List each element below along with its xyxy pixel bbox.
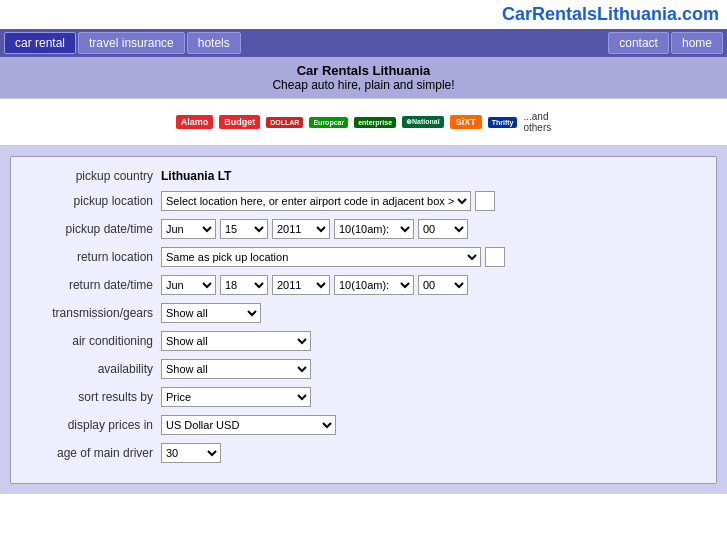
nav-bar: car rental travel insurance hotels conta…: [0, 29, 727, 57]
availability-label: availability: [21, 362, 161, 376]
sort-row: sort results by Price: [21, 387, 706, 407]
currency-select[interactable]: US Dollar USD: [161, 415, 336, 435]
pickup-location-code-box[interactable]: [475, 191, 495, 211]
pickup-year-select[interactable]: 2011: [272, 219, 330, 239]
nav-travel-insurance[interactable]: travel insurance: [78, 32, 185, 54]
age-row: age of main driver 30: [21, 443, 706, 463]
logo-alamo: Alamo: [176, 107, 214, 137]
ac-row: air conditioning Show all: [21, 331, 706, 351]
main-content: pickup country Lithuania LT pickup locat…: [0, 146, 727, 494]
return-location-controls: Same as pick up location: [161, 247, 706, 267]
sort-select[interactable]: Price: [161, 387, 311, 407]
ac-label: air conditioning: [21, 334, 161, 348]
return-year-select[interactable]: 2011: [272, 275, 330, 295]
transmission-row: transmission/gears Show all: [21, 303, 706, 323]
logos-bar: Alamo Budget DOLLAR Europcar enterprise …: [0, 98, 727, 146]
pickup-datetime-row: pickup date/time Jun 15 2011 10(10am): 0…: [21, 219, 706, 239]
age-label: age of main driver: [21, 446, 161, 460]
site-header: CarRentalsLithuania.com: [0, 0, 727, 29]
pickup-location-select[interactable]: Select location here, or enter airport c…: [161, 191, 471, 211]
return-datetime-label: return date/time: [21, 278, 161, 292]
pickup-country-row: pickup country Lithuania LT: [21, 169, 706, 183]
availability-row: availability Show all: [21, 359, 706, 379]
return-location-label: return location: [21, 250, 161, 264]
logo-budget: Budget: [219, 107, 260, 137]
nav-home[interactable]: home: [671, 32, 723, 54]
transmission-label: transmission/gears: [21, 306, 161, 320]
return-month-select[interactable]: Jun: [161, 275, 216, 295]
currency-label: display prices in: [21, 418, 161, 432]
age-select[interactable]: 30: [161, 443, 221, 463]
logo-national: ⊛National: [402, 107, 444, 137]
return-location-code-box[interactable]: [485, 247, 505, 267]
banner-title: Car Rentals Lithuania: [4, 63, 723, 78]
pickup-location-label: pickup location: [21, 194, 161, 208]
return-datetime-row: return date/time Jun 18 2011 10(10am): 0…: [21, 275, 706, 295]
return-location-row: return location Same as pick up location: [21, 247, 706, 267]
transmission-controls: Show all: [161, 303, 706, 323]
currency-controls: US Dollar USD: [161, 415, 706, 435]
logo-others: ...andothers: [523, 107, 551, 137]
logo-sixt: SiXT: [450, 107, 482, 137]
logo-enterprise: enterprise: [354, 107, 396, 137]
form-panel: pickup country Lithuania LT pickup locat…: [10, 156, 717, 484]
pickup-min-select[interactable]: 00: [418, 219, 468, 239]
sort-controls: Price: [161, 387, 706, 407]
site-title: CarRentalsLithuania.com: [502, 4, 719, 24]
pickup-country-controls: Lithuania LT: [161, 169, 706, 183]
nav-hotels[interactable]: hotels: [187, 32, 241, 54]
banner: Car Rentals Lithuania Cheap auto hire, p…: [0, 57, 727, 98]
nav-car-rental[interactable]: car rental: [4, 32, 76, 54]
pickup-day-select[interactable]: 15: [220, 219, 268, 239]
ac-controls: Show all: [161, 331, 706, 351]
nav-contact[interactable]: contact: [608, 32, 669, 54]
nav-right: contact home: [608, 32, 723, 54]
sort-label: sort results by: [21, 390, 161, 404]
banner-subtitle: Cheap auto hire, plain and simple!: [4, 78, 723, 92]
pickup-month-select[interactable]: Jun: [161, 219, 216, 239]
age-controls: 30: [161, 443, 706, 463]
pickup-datetime-controls: Jun 15 2011 10(10am): 00: [161, 219, 706, 239]
pickup-location-row: pickup location Select location here, or…: [21, 191, 706, 211]
return-min-select[interactable]: 00: [418, 275, 468, 295]
pickup-datetime-label: pickup date/time: [21, 222, 161, 236]
logo-thrifty: Thrifty: [488, 107, 518, 137]
logo-europcar: Europcar: [309, 107, 348, 137]
pickup-hour-select[interactable]: 10(10am):: [334, 219, 414, 239]
logo-dollar: DOLLAR: [266, 107, 303, 137]
transmission-select[interactable]: Show all: [161, 303, 261, 323]
pickup-country-value: Lithuania LT: [161, 169, 231, 183]
return-datetime-controls: Jun 18 2011 10(10am): 00: [161, 275, 706, 295]
availability-select[interactable]: Show all: [161, 359, 311, 379]
pickup-location-controls: Select location here, or enter airport c…: [161, 191, 706, 211]
pickup-country-label: pickup country: [21, 169, 161, 183]
return-hour-select[interactable]: 10(10am):: [334, 275, 414, 295]
ac-select[interactable]: Show all: [161, 331, 311, 351]
availability-controls: Show all: [161, 359, 706, 379]
nav-left: car rental travel insurance hotels: [4, 32, 241, 54]
return-day-select[interactable]: 18: [220, 275, 268, 295]
currency-row: display prices in US Dollar USD: [21, 415, 706, 435]
return-location-select[interactable]: Same as pick up location: [161, 247, 481, 267]
